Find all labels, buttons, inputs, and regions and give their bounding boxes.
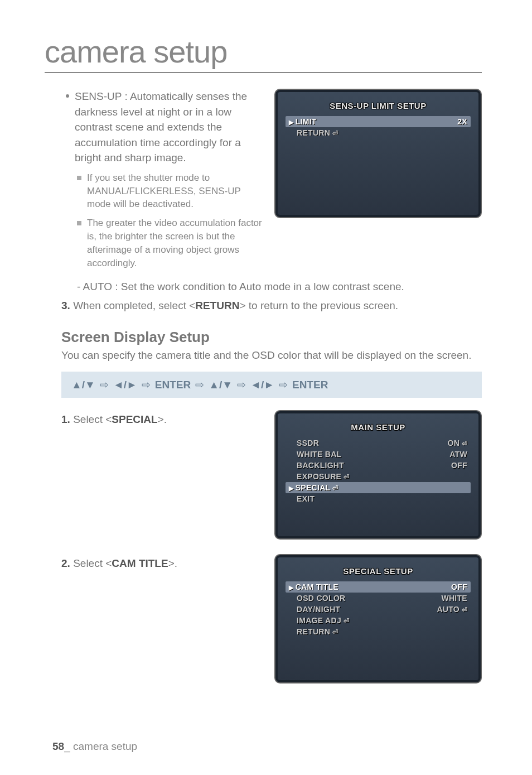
sensup-sub1: If you set the shutter mode to MANUAL/FL… bbox=[87, 171, 263, 211]
section-heading: Screen Display Setup bbox=[61, 329, 482, 346]
osd-item-limit: LIMIT bbox=[289, 117, 317, 126]
osd-value: OFF bbox=[451, 461, 467, 470]
osd-main-setup: MAIN SETUP SSDRON WHITE BALATW BACKLIGHT… bbox=[274, 410, 482, 540]
sensup-sub2: The greater the video accumulation facto… bbox=[87, 216, 263, 269]
osd-item-exit: EXIT bbox=[289, 494, 315, 503]
osd-item-ssdr: SSDR bbox=[289, 439, 319, 447]
key-sequence-bar: ▲/▼⇨ ◄/►⇨ ENTER⇨ ▲/▼⇨ ◄/►⇨ ENTER bbox=[61, 372, 482, 398]
step2-text: 2. Select <CAM TITLE>. bbox=[61, 554, 263, 570]
page-title: camera setup bbox=[45, 33, 482, 73]
osd-item-osdcolor: OSD COLOR bbox=[289, 594, 345, 603]
osd-title: MAIN SETUP bbox=[286, 422, 471, 432]
step3-line: 3. When completed, select <RETURN> to re… bbox=[61, 300, 482, 312]
osd-item-whitebal: WHITE BAL bbox=[289, 450, 341, 459]
osd-value: AUTO bbox=[437, 605, 467, 614]
square-bullet-icon bbox=[77, 221, 81, 225]
osd-value: ON bbox=[447, 439, 467, 447]
osd-value-limit: 2X bbox=[457, 117, 467, 126]
sensup-main-text: SENS-UP : Automatically senses the darkn… bbox=[75, 89, 263, 166]
osd-value: ATW bbox=[449, 450, 467, 459]
square-bullet-icon bbox=[77, 176, 81, 180]
osd-value: OFF bbox=[451, 583, 467, 591]
osd-item-return: RETURN bbox=[289, 128, 338, 137]
osd-item-daynight: DAY/NIGHT bbox=[289, 605, 340, 614]
osd-value: WHITE bbox=[441, 594, 467, 603]
osd-item-camtitle: CAM TITLE bbox=[289, 583, 338, 591]
sensup-auto-note: - AUTO : Set the work condition to Auto … bbox=[77, 281, 482, 293]
osd-special-setup: SPECIAL SETUP CAM TITLEOFF OSD COLORWHIT… bbox=[274, 554, 482, 683]
step1-text: 1. Select <SPECIAL>. bbox=[61, 410, 263, 426]
osd-title: SENS-UP LIMIT SETUP bbox=[286, 101, 471, 110]
page-footer: 58_ camera setup bbox=[52, 740, 137, 753]
section-body: You can specify the camera title and the… bbox=[61, 349, 482, 362]
osd-sensup-limit: SENS-UP LIMIT SETUP LIMIT 2X RETURN bbox=[274, 89, 482, 218]
osd-item-return: RETURN bbox=[289, 627, 338, 636]
osd-item-backlight: BACKLIGHT bbox=[289, 461, 344, 470]
osd-item-imageadj: IMAGE ADJ bbox=[289, 616, 349, 625]
osd-item-exposure: EXPOSURE bbox=[289, 472, 349, 481]
osd-title: SPECIAL SETUP bbox=[286, 566, 471, 576]
bullet-icon bbox=[66, 94, 69, 98]
osd-item-special: SPECIAL bbox=[289, 483, 338, 492]
